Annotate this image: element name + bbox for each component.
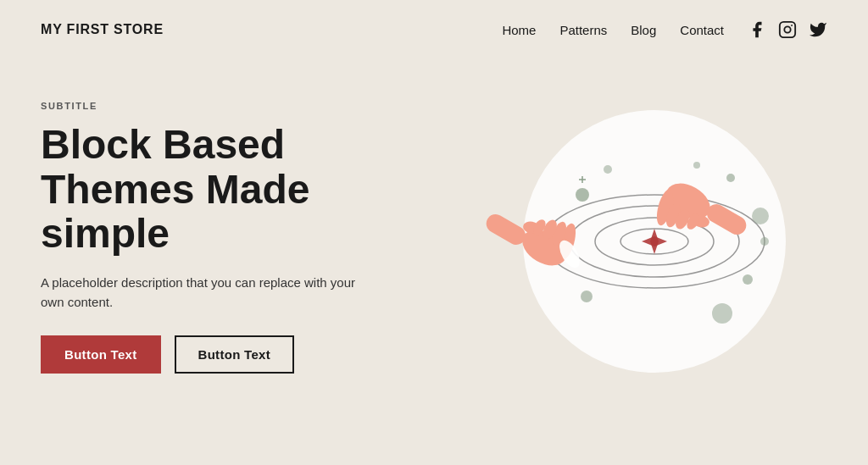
svg-point-18 <box>604 165 612 174</box>
svg-rect-28 <box>483 211 529 248</box>
main-nav: Home Patterns Blog Contact <box>502 20 827 39</box>
hero-subtitle: SUBTITLE <box>41 101 414 111</box>
hero-illustration <box>448 76 827 398</box>
svg-point-17 <box>760 237 769 246</box>
primary-button[interactable]: Button Text <box>41 335 161 374</box>
svg-rect-0 <box>780 22 795 37</box>
svg-point-12 <box>752 208 769 224</box>
svg-point-1 <box>784 26 790 32</box>
svg-point-10 <box>576 188 589 202</box>
svg-point-11 <box>726 174 735 182</box>
nav-link-contact[interactable]: Contact <box>680 23 724 37</box>
svg-point-15 <box>581 291 593 302</box>
svg-point-13 <box>743 274 753 285</box>
facebook-icon[interactable] <box>748 20 766 39</box>
site-title: MY FIRST STORE <box>41 22 164 37</box>
svg-point-14 <box>712 303 732 324</box>
button-group: Button Text Button Text <box>41 335 414 374</box>
hero-section: SUBTITLE Block Based Themes Made simple … <box>0 59 868 398</box>
instagram-icon[interactable] <box>778 20 797 39</box>
svg-point-2 <box>791 25 793 26</box>
svg-point-19 <box>693 162 700 169</box>
nav-link-patterns[interactable]: Patterns <box>559 23 607 37</box>
secondary-button[interactable]: Button Text <box>175 335 295 374</box>
nav-link-home[interactable]: Home <box>502 23 536 37</box>
hero-heading: Block Based Themes Made simple <box>41 123 414 257</box>
twitter-icon[interactable] <box>809 20 827 39</box>
nav-link-blog[interactable]: Blog <box>631 23 656 37</box>
hero-description: A placeholder description that you can r… <box>41 274 363 312</box>
hero-content: SUBTITLE Block Based Themes Made simple … <box>41 101 414 374</box>
